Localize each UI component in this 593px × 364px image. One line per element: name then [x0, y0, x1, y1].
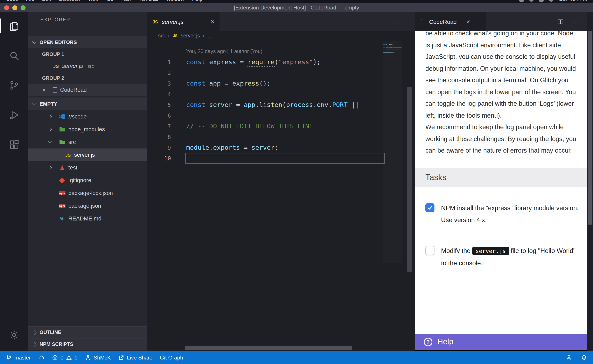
code-line[interactable]: 2: [147, 67, 415, 78]
menu-run[interactable]: Run: [121, 0, 131, 2]
chevron-right-icon: [48, 127, 52, 131]
tree-item--vscode[interactable]: .vscode: [28, 110, 147, 123]
editor-actions-more[interactable]: ···: [394, 12, 403, 31]
status-icon[interactable]: [539, 0, 544, 1]
open-editor-detail: src: [87, 64, 94, 68]
sidebar-bottom-sections: OUTLINENPM SCRIPTS: [28, 326, 147, 350]
account-icon: [566, 354, 572, 360]
breadcrumb-file[interactable]: server.js: [181, 33, 200, 39]
split-editor-icon[interactable]: [557, 18, 564, 25]
code-line[interactable]: 7// -- DO NOT EDIT BELOW THIS LINE: [147, 121, 415, 132]
sidebar-title: EXPLORER: [28, 12, 147, 27]
status-icon[interactable]: [519, 0, 524, 1]
open-editor-item[interactable]: ×CodeRoad: [28, 84, 147, 96]
section-outline[interactable]: OUTLINE: [28, 326, 147, 338]
menu-selection[interactable]: Selection: [59, 0, 80, 2]
code-line[interactable]: 1const express = require("express");: [147, 57, 415, 67]
help-icon: ?: [424, 338, 432, 346]
menu-code[interactable]: Code: [6, 0, 18, 2]
minimap-token: listen: [392, 47, 395, 48]
tab-coderoad[interactable]: CodeRoad ×: [415, 12, 486, 31]
code-area[interactable]: You, 20 days ago | 1 author (You) 1const…: [147, 41, 415, 351]
status-icon[interactable]: [529, 0, 534, 1]
minimap-content: const express = require("express");const…: [383, 41, 402, 54]
section-npm-scripts[interactable]: NPM SCRIPTS: [28, 338, 147, 350]
code-token: server: [209, 101, 232, 109]
activity-settings[interactable]: [0, 325, 28, 344]
minimap[interactable]: const express = require("express");const…: [383, 41, 402, 263]
task-checkbox[interactable]: [425, 246, 434, 255]
tree-item-package-lock-json[interactable]: npmpackage-lock.json: [28, 187, 147, 200]
shmck-indicator[interactable]: ShMcK: [85, 354, 111, 360]
code-line[interactable]: 4: [147, 89, 415, 99]
open-editors-header[interactable]: OPEN EDITORS: [28, 36, 147, 48]
activity-run-debug[interactable]: [0, 105, 28, 124]
js-icon: JS: [173, 33, 178, 39]
code-line[interactable]: 10: [147, 153, 415, 164]
tree-item-package-json[interactable]: npmpackage.json: [28, 200, 147, 212]
live-share-button[interactable]: Live Share: [118, 354, 152, 360]
source-control-icon: [8, 80, 20, 91]
extensions-icon: [8, 139, 20, 150]
breadcrumb-symbol[interactable]: …: [207, 33, 213, 39]
menu-help[interactable]: Help: [192, 0, 203, 2]
code-line[interactable]: 6: [147, 110, 415, 121]
close-tab-icon[interactable]: ×: [211, 18, 214, 25]
menu-edit[interactable]: Edit: [42, 0, 51, 2]
tree-item-src[interactable]: src: [28, 136, 147, 149]
chevron-right-icon: [48, 115, 52, 119]
task-checkbox[interactable]: [425, 203, 434, 212]
branch-indicator[interactable]: master: [6, 354, 31, 360]
line-number: 5: [147, 99, 171, 110]
menu-go[interactable]: Go: [107, 0, 113, 2]
npm-icon: npm: [59, 191, 66, 195]
menu-window[interactable]: Window: [166, 0, 184, 2]
editor-vertical-scrollbar[interactable]: [407, 87, 412, 272]
code-line[interactable]: 8: [147, 132, 415, 142]
menu-file[interactable]: File: [26, 0, 34, 2]
workspace-root-header[interactable]: EMPTY: [28, 98, 147, 110]
menubar-clock[interactable]: Sat 4:54 PM: [559, 0, 587, 2]
activity-source-control[interactable]: [0, 76, 28, 95]
git-branch-icon: [6, 354, 12, 360]
tree-item-node-modules[interactable]: node_modules: [28, 123, 147, 136]
panel-scrollbar[interactable]: [587, 12, 593, 351]
close-panel-icon[interactable]: ×: [466, 18, 470, 25]
tree-item-readme-md[interactable]: M↓README.md: [28, 212, 147, 225]
menu-terminal[interactable]: Terminal: [139, 0, 158, 2]
git-graph-button[interactable]: Git Graph: [160, 354, 183, 360]
problems-indicator[interactable]: 0 0: [52, 354, 77, 360]
help-bar[interactable]: ? Help: [415, 334, 587, 350]
panel-more-actions[interactable]: ···: [571, 18, 580, 25]
sync-indicator[interactable]: [38, 354, 44, 360]
activity-search[interactable]: [0, 46, 28, 65]
editor-horizontal-scrollbar[interactable]: [185, 346, 352, 350]
line-number: 7: [147, 121, 171, 132]
open-editor-item[interactable]: JSserver.jssrc: [28, 60, 147, 72]
tree-item-label: test: [68, 164, 77, 171]
task-text-part: Modify the: [441, 247, 472, 254]
code-line[interactable]: 5const server = app.listen(process.env.P…: [147, 99, 415, 110]
panel-scrollbar-thumb[interactable]: [588, 31, 592, 225]
chevron-down-icon: [32, 39, 36, 44]
tab-server-js[interactable]: JS server.js ×: [147, 12, 220, 31]
status-icon[interactable]: [549, 0, 553, 1]
account-button[interactable]: [566, 354, 572, 360]
breadcrumb-src[interactable]: src: [158, 33, 165, 39]
activity-explorer[interactable]: [0, 16, 28, 35]
notifications-button[interactable]: [581, 354, 587, 360]
code-line[interactable]: 3const app = express();: [147, 78, 415, 89]
close-icon[interactable]: ×: [42, 86, 50, 93]
code-line[interactable]: 9module.exports = server;: [147, 142, 415, 153]
tree-item--gitignore[interactable]: .gitignore: [28, 174, 147, 187]
minimap-token: PORT: [401, 47, 402, 48]
menu-view[interactable]: View: [88, 0, 99, 2]
breadcrumb-separator: ›: [203, 33, 205, 39]
tree-item-test[interactable]: test: [28, 161, 147, 174]
minimap-token: const: [383, 47, 386, 48]
tree-item-server-js[interactable]: JSserver.js: [28, 149, 147, 161]
breadcrumb[interactable]: src › JS server.js › …: [147, 31, 415, 41]
error-count: 0: [60, 354, 63, 360]
activity-extensions[interactable]: [0, 135, 28, 154]
tree-item-label: server.js: [74, 152, 95, 158]
